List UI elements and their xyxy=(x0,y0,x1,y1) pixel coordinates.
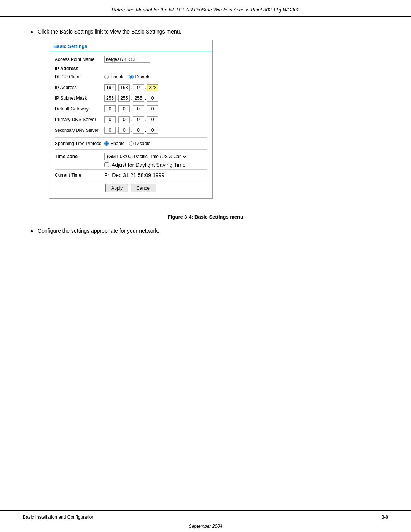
gw-dot-3: . xyxy=(145,106,147,112)
primary-dns-octet-2[interactable] xyxy=(118,116,130,123)
ip-octet-2[interactable] xyxy=(118,84,130,91)
secondary-dns-octet-1[interactable] xyxy=(104,127,116,134)
pdns-dot-3: . xyxy=(145,117,147,122)
gateway-octet-2[interactable] xyxy=(118,105,130,112)
ip-address-group: . . . xyxy=(104,84,158,91)
footer-right: 3-8 xyxy=(382,514,388,520)
primary-dns-octet-1[interactable] xyxy=(104,116,116,123)
primary-dns-group: . . . xyxy=(104,116,158,123)
subnet-mask-label: IP Subnet Mask xyxy=(55,96,104,101)
gateway-group: . . . xyxy=(104,105,158,112)
subnet-dot-2: . xyxy=(130,96,132,101)
bullet-text-2: Configure the settings appropriate for y… xyxy=(38,227,159,235)
pdns-dot-2: . xyxy=(130,117,132,122)
ap-name-input[interactable] xyxy=(104,56,150,63)
gateway-label: Default Gateway xyxy=(55,106,104,112)
dhcp-disable-option[interactable]: Disable xyxy=(129,74,150,80)
spacer xyxy=(0,382,411,510)
bullet-item-1: • Click the Basic Settings link to view … xyxy=(30,28,381,206)
apply-button[interactable]: Apply xyxy=(105,184,128,192)
subnet-mask-row: IP Subnet Mask . . . xyxy=(55,94,207,102)
subnet-dot-3: . xyxy=(145,96,147,101)
subnet-mask-group: . . . xyxy=(104,95,158,102)
primary-dns-octet-3[interactable] xyxy=(133,116,144,123)
figure-caption: Figure 3-4: Basic Settings menu xyxy=(30,214,381,220)
ip-octet-3[interactable] xyxy=(133,84,144,91)
dhcp-enable-radio[interactable] xyxy=(104,75,109,79)
primary-dns-octet-4[interactable] xyxy=(147,116,158,123)
spanning-disable-option[interactable]: Disable xyxy=(129,141,150,146)
gw-dot-2: . xyxy=(130,106,132,112)
ap-name-row: Access Point Name xyxy=(55,55,207,64)
footer-date: September 2004 xyxy=(0,524,411,532)
cancel-button[interactable]: Cancel xyxy=(131,184,156,192)
page-footer: Basic Installation and Configuration 3-8 xyxy=(0,510,411,524)
ap-name-label: Access Point Name xyxy=(55,57,104,62)
sdns-dot-2: . xyxy=(130,128,132,133)
bullet-dot-2: • xyxy=(30,227,33,235)
sdns-dot-3: . xyxy=(145,128,147,133)
ip-address-row: IP Address . . . xyxy=(55,83,207,92)
dhcp-label: DHCP Client xyxy=(55,74,104,80)
panel-body: Access Point Name IP Address DHCP Client xyxy=(49,51,212,198)
divider-1 xyxy=(55,137,207,138)
page-header: Reference Manual for the NETGEAR ProSafe… xyxy=(0,0,411,17)
ip-dot-1: . xyxy=(116,85,118,90)
divider-2 xyxy=(55,149,207,150)
ip-dot-2: . xyxy=(130,85,132,90)
gateway-row: Default Gateway . . . xyxy=(55,105,207,113)
footer-left: Basic Installation and Configuration xyxy=(23,514,94,520)
timezone-select[interactable]: (GMT-08:00) Pacific Time (US & Canada): … xyxy=(104,153,188,160)
bullet-item-2: • Configure the settings appropriate for… xyxy=(30,227,381,235)
ip-section-label: IP Address xyxy=(55,66,207,71)
daylight-saving-row: Adjust for Daylight Saving Time xyxy=(104,162,207,168)
spanning-enable-radio[interactable] xyxy=(104,141,109,146)
spanning-enable-option[interactable]: Enable xyxy=(104,141,124,146)
secondary-dns-octet-3[interactable] xyxy=(133,127,144,134)
current-time-label: Current Time xyxy=(55,173,104,178)
panel-title: Basic Settings xyxy=(53,43,88,49)
panel-header: Basic Settings xyxy=(49,40,212,51)
ip-dot-3: . xyxy=(145,85,147,90)
daylight-saving-label: Adjust for Daylight Saving Time xyxy=(112,162,186,168)
dhcp-disable-radio[interactable] xyxy=(129,75,134,79)
bullet-text-1: Click the Basic Settings link to view th… xyxy=(38,29,181,35)
subnet-dot-1: . xyxy=(116,96,118,101)
gateway-octet-1[interactable] xyxy=(104,105,116,112)
gw-dot-1: . xyxy=(116,106,118,112)
spanning-enable-label: Enable xyxy=(110,141,124,146)
timezone-label: Time Zone xyxy=(55,154,104,159)
dhcp-radio-group: Enable Disable xyxy=(104,74,150,80)
dhcp-enable-label: Enable xyxy=(110,74,124,80)
secondary-dns-row: Secondary DNS Server . . . xyxy=(55,126,207,134)
subnet-octet-3[interactable] xyxy=(133,95,144,102)
secondary-dns-label: Secondary DNS Server xyxy=(55,128,104,133)
timezone-row: Time Zone (GMT-08:00) Pacific Time (US &… xyxy=(55,153,207,160)
secondary-dns-group: . . . xyxy=(104,127,158,134)
page-footer-container: Basic Installation and Configuration 3-8… xyxy=(0,510,411,532)
bullet-dot-1: • xyxy=(30,28,33,36)
button-row: Apply Cancel xyxy=(55,181,207,195)
dhcp-row: DHCP Client Enable Disable xyxy=(55,73,207,81)
spanning-tree-row: Spanning Tree Protocol Enable Disable xyxy=(55,141,207,146)
primary-dns-row: Primary DNS Server . . . xyxy=(55,115,207,124)
daylight-saving-checkbox[interactable] xyxy=(104,162,109,167)
page-content: • Click the Basic Settings link to view … xyxy=(0,17,411,382)
dhcp-enable-option[interactable]: Enable xyxy=(104,74,124,80)
ip-octet-1[interactable] xyxy=(104,84,116,91)
primary-dns-label: Primary DNS Server xyxy=(55,117,104,122)
pdns-dot-1: . xyxy=(116,117,118,122)
secondary-dns-octet-4[interactable] xyxy=(147,127,158,134)
subnet-octet-4[interactable] xyxy=(147,95,158,102)
subnet-octet-1[interactable] xyxy=(104,95,116,102)
gateway-octet-4[interactable] xyxy=(147,105,158,112)
spanning-disable-radio[interactable] xyxy=(129,141,134,146)
subnet-octet-2[interactable] xyxy=(118,95,130,102)
current-time-row: Current Time Fri Dec 31 21:58:09 1999 xyxy=(55,169,207,178)
current-time-value: Fri Dec 31 21:58:09 1999 xyxy=(104,172,164,178)
gateway-octet-3[interactable] xyxy=(133,105,144,112)
spanning-disable-label: Disable xyxy=(135,141,150,146)
secondary-dns-octet-2[interactable] xyxy=(118,127,130,134)
ip-octet-4[interactable] xyxy=(147,84,158,91)
settings-panel: Basic Settings Access Point Name IP Addr… xyxy=(49,40,213,199)
